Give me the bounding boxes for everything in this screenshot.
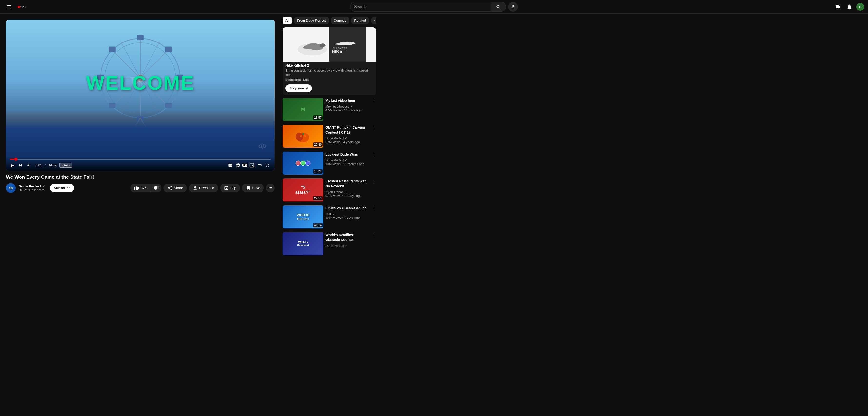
sidebar-more-button[interactable]: ⋮	[370, 178, 376, 185]
filter-related[interactable]: Related	[351, 17, 369, 24]
verified-badge: ✓	[344, 190, 347, 194]
filter-next-button[interactable]: ›	[371, 17, 376, 24]
sidebar-video-item[interactable]: 25:49 GIANT Pumpkin Carving Contest | OT…	[282, 123, 376, 150]
share-button[interactable]: Share	[163, 184, 187, 192]
download-label: Download	[199, 186, 214, 190]
progress-bar-container[interactable]	[10, 159, 271, 160]
sidebar-channel-name: Mrwhosetheboss ✓	[326, 105, 368, 109]
dislike-button[interactable]	[151, 184, 161, 192]
settings-button[interactable]	[235, 162, 242, 169]
sidebar-thumbnail: WHO ISTHE KID? 41:14	[282, 205, 323, 228]
time-current: 0:01	[36, 163, 42, 167]
clip-button[interactable]: Clip	[220, 184, 240, 192]
sidebar-video-info: Luckiest Dude Wins Dude Perfect ✓ 13M vi…	[326, 152, 368, 175]
time-total: 14:42	[49, 163, 57, 167]
filter-comedy[interactable]: Comedy	[331, 17, 349, 24]
sidebar-meta: 13M views • 11 months ago	[326, 162, 368, 166]
share-label: Share	[174, 186, 183, 190]
time-separator: /	[44, 163, 45, 167]
fullscreen-button[interactable]	[264, 162, 271, 169]
play-button[interactable]: ▶	[10, 161, 15, 169]
captions-button[interactable]	[227, 162, 234, 169]
svg-rect-18	[109, 103, 116, 108]
filter-from-channel[interactable]: From Dude Perfect	[294, 17, 329, 24]
controls-right: HD	[227, 162, 271, 169]
external-link-icon: ↗	[305, 87, 308, 90]
sidebar-meta: 4.4M views • 7 days ago	[326, 216, 368, 219]
sidebar-more-button[interactable]: ⋮	[370, 97, 376, 105]
more-actions-button[interactable]: •••	[266, 184, 275, 192]
sidebar-thumbnail: 14:22	[282, 152, 323, 175]
sidebar-more-button[interactable]: ⋮	[370, 232, 376, 239]
sidebar-video-item[interactable]: 14:22 Luckiest Dude Wins Dude Perfect ✓ …	[282, 150, 376, 177]
sidebar-more-button[interactable]: ⋮	[370, 205, 376, 212]
miniplayer-button[interactable]	[248, 162, 255, 169]
sidebar-channel-name: Ryan Trahan ✓	[326, 190, 368, 194]
verified-badge: ✓	[345, 137, 347, 140]
channel-avatar[interactable]: dp	[6, 183, 16, 193]
theater-mode-button[interactable]	[256, 162, 263, 169]
sidebar-videos-container: M 13:57 My last video here Mrwhosethebos…	[282, 96, 376, 257]
svg-text:KILLSHOT 2: KILLSHOT 2	[332, 47, 347, 50]
like-count: 94K	[141, 186, 147, 190]
create-button[interactable]	[833, 2, 843, 12]
sidebar-meta: 9.7M views • 11 days ago	[326, 194, 368, 198]
filter-all[interactable]: All	[282, 17, 292, 24]
next-button[interactable]	[17, 162, 24, 169]
sidebar-video-item[interactable]: World'sDeadliest World's Deadliest Obsta…	[282, 230, 376, 257]
svg-text:YouTube: YouTube	[21, 6, 26, 7]
avatar[interactable]: C	[856, 3, 864, 11]
volume-button[interactable]	[26, 162, 33, 169]
save-button[interactable]: Save	[242, 184, 264, 192]
header: YouTube C	[0, 0, 868, 14]
save-label: Save	[252, 186, 260, 190]
video-area: TX WELCOME dp ▶	[0, 14, 281, 416]
search-form	[350, 2, 506, 12]
duration-badge: 13:57	[313, 116, 322, 120]
header-left: YouTube	[4, 2, 53, 12]
sidebar-video-title: GIANT Pumpkin Carving Contest | OT 19	[326, 125, 368, 135]
sidebar-video-info: 6 Kids Vs 2 Secret Adults NDL ✓ 4.4M vie…	[326, 205, 368, 228]
sidebar-thumbnail: "5stars?" 22:50	[282, 178, 323, 201]
sidebar-more-button[interactable]: ⋮	[370, 151, 376, 158]
sidebar-video-info: My last video here Mrwhosetheboss ✓ 4.5M…	[326, 98, 368, 121]
sidebar-channel-name: Dude Perfect ✓	[326, 137, 368, 140]
sidebar-video-item[interactable]: WHO ISTHE KID? 41:14 6 Kids Vs 2 Secret …	[282, 203, 376, 230]
like-dislike-group: 94K	[130, 184, 161, 192]
like-button[interactable]: 94K	[130, 184, 151, 192]
verified-badge: ✓	[345, 158, 347, 162]
ad-sponsor: Sponsored · Nike	[285, 78, 373, 82]
notifications-button[interactable]	[844, 2, 854, 12]
sidebar-video-info: GIANT Pumpkin Carving Contest | OT 19 Du…	[326, 125, 368, 148]
menu-button[interactable]	[4, 2, 14, 12]
logo-link[interactable]: YouTube	[18, 4, 26, 10]
search-button[interactable]	[491, 2, 506, 12]
clip-label: Clip	[230, 186, 236, 190]
sidebar-video-title: I Tested Restaurants with No Reviews	[326, 179, 368, 188]
dp-watermark: dp	[258, 142, 267, 150]
filter-pills: All From Dude Perfect Comedy Related ›	[282, 14, 376, 27]
action-buttons: 94K Share	[130, 184, 275, 192]
sidebar-thumbnail: M 13:57	[282, 98, 323, 121]
sidebar-video-item[interactable]: "5stars?" 22:50 I Tested Restaurants wit…	[282, 177, 376, 203]
channel-info: dp Dude Perfect ✓ 60.5M subscribers Subs…	[6, 183, 74, 193]
intro-badge[interactable]: Intro ›	[59, 162, 72, 168]
ad-card: NIKE KILLSHOT 2 Nike Killshot 2 Bring co…	[282, 27, 376, 95]
progress-dot	[14, 158, 17, 161]
verified-badge: ✓	[345, 244, 347, 247]
sidebar-video-item[interactable]: M 13:57 My last video here Mrwhosethebos…	[282, 96, 376, 123]
ad-title: Nike Killshot 2	[285, 63, 373, 67]
sidebar-more-button[interactable]: ⋮	[370, 124, 376, 131]
video-player[interactable]: TX WELCOME dp ▶	[6, 20, 275, 171]
ad-thumbnail: NIKE KILLSHOT 2	[282, 27, 376, 61]
shop-now-button[interactable]: Shop now ↗	[285, 85, 312, 92]
download-button[interactable]: Download	[189, 184, 218, 192]
sidebar-video-title: World's Deadliest Obstacle Course!	[326, 233, 368, 242]
subscriber-count: 60.5M subscribers	[19, 188, 45, 192]
search-input[interactable]	[350, 2, 491, 12]
intro-arrow: ›	[69, 163, 70, 167]
svg-text:NIKE: NIKE	[332, 49, 342, 54]
channel-name[interactable]: Dude Perfect ✓	[19, 184, 45, 188]
mic-button[interactable]	[508, 2, 518, 12]
subscribe-button[interactable]: Subscribe	[50, 184, 74, 192]
